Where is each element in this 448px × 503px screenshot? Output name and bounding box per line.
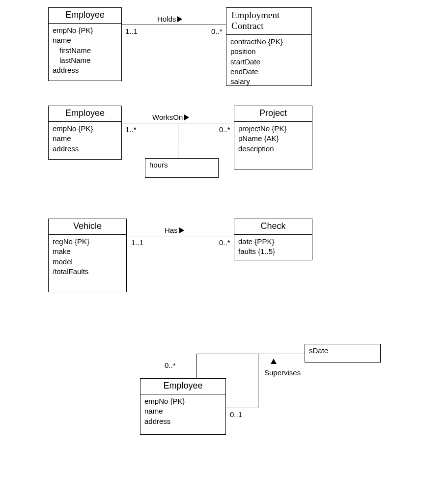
attr: position [230, 47, 256, 56]
rel-label-has: Has [165, 226, 184, 234]
entity-attrs: contractNo {PK} position startDate endDa… [226, 35, 311, 90]
attr: empNo {PK} [53, 26, 93, 34]
attr: name [53, 36, 71, 44]
arrow-right-icon [179, 227, 184, 233]
uml-canvas: Employee empNo {PK} name firstName lastN… [0, 0, 448, 503]
arrow-right-icon [177, 16, 182, 22]
rel-text: Holds [157, 15, 176, 23]
entity-attrs: projectNo {PK} pName {AK} description [234, 122, 312, 158]
entity-vehicle: Vehicle regNo {PK} make model /totalFaul… [48, 219, 127, 292]
rel-label-supervises: Supervises [264, 368, 301, 377]
attr: salary [230, 77, 250, 85]
self-line-4 [226, 408, 258, 408]
self-line-3 [258, 354, 258, 408]
entity-project: Project projectNo {PK} pName {AK} descri… [234, 106, 312, 169]
attr: /totalFaults [53, 267, 88, 276]
entity-title: Check [234, 219, 312, 235]
attr: pName {AK} [238, 134, 279, 142]
entity-title-text: Employment Contract [231, 10, 280, 31]
attr: lastName [53, 56, 117, 65]
assoc-line-has [127, 236, 234, 236]
attr: description [238, 144, 274, 153]
entity-attrs: empNo {PK} name address [140, 394, 225, 430]
entity-employee-2: Employee empNo {PK} name address [48, 106, 122, 160]
attr: address [53, 144, 79, 153]
attr: empNo {PK} [53, 124, 93, 133]
attr: name [144, 407, 163, 415]
mult-left: 1..1 [131, 238, 143, 247]
attr: startDate [230, 57, 260, 66]
assoc-class-hours: hours [145, 158, 219, 178]
entity-attrs: empNo {PK} name address [49, 122, 121, 158]
attr: date {PPK} [238, 237, 274, 246]
attr: address [144, 417, 170, 425]
assoc-dash-workson [178, 123, 178, 158]
self-line-1 [196, 354, 197, 378]
rel-text: Has [165, 226, 178, 234]
mult-bot: 0..1 [230, 410, 242, 419]
attr: regNo {PK} [53, 237, 89, 246]
mult-top: 0..* [165, 361, 176, 369]
assoc-attr: hours [149, 161, 168, 169]
mult-left: 1..1 [125, 27, 138, 35]
assoc-class-sdate: sDate [305, 344, 381, 363]
entity-title: Project [234, 106, 312, 122]
assoc-line-holds [122, 25, 226, 25]
arrow-right-icon [184, 114, 189, 120]
arrow-up-icon [271, 359, 277, 364]
entity-title: Employee [140, 379, 225, 394]
mult-right: 0..* [219, 238, 230, 247]
rel-label-workson: WorksOn [152, 113, 189, 121]
mult-right: 0..* [219, 125, 230, 134]
rel-text: WorksOn [152, 113, 183, 121]
entity-title: Vehicle [49, 219, 126, 235]
attr: model [53, 257, 73, 266]
assoc-attr: sDate [309, 346, 328, 355]
entity-attrs: empNo {PK} name firstName lastName addre… [49, 24, 121, 79]
entity-employment-contract: Employment Contract contractNo {PK} posi… [226, 7, 312, 86]
entity-employee-4: Employee empNo {PK} name address [140, 378, 226, 435]
assoc-dash-sdate [258, 354, 305, 354]
attr: projectNo {PK} [238, 124, 286, 133]
attr: firstName [53, 46, 117, 56]
attr: name [53, 134, 71, 142]
entity-title: Employment Contract [226, 8, 311, 35]
attr: faults {1..5} [238, 247, 275, 255]
entity-employee-1: Employee empNo {PK} name firstName lastN… [48, 7, 122, 81]
entity-title: Employee [49, 8, 121, 24]
attr: empNo {PK} [144, 397, 185, 405]
attr: address [53, 66, 79, 74]
mult-right: 0..* [211, 27, 223, 35]
attr: endDate [230, 67, 258, 76]
attr: contractNo {PK} [230, 37, 283, 46]
entity-attrs: date {PPK} faults {1..5} [234, 235, 312, 261]
attr: make [53, 247, 71, 255]
mult-left: 1..* [125, 125, 137, 134]
entity-check: Check date {PPK} faults {1..5} [234, 219, 312, 260]
self-line-2 [196, 354, 258, 354]
entity-attrs: regNo {PK} make model /totalFaults [49, 235, 126, 280]
entity-title: Employee [49, 106, 121, 122]
rel-label-holds: Holds [157, 15, 182, 23]
